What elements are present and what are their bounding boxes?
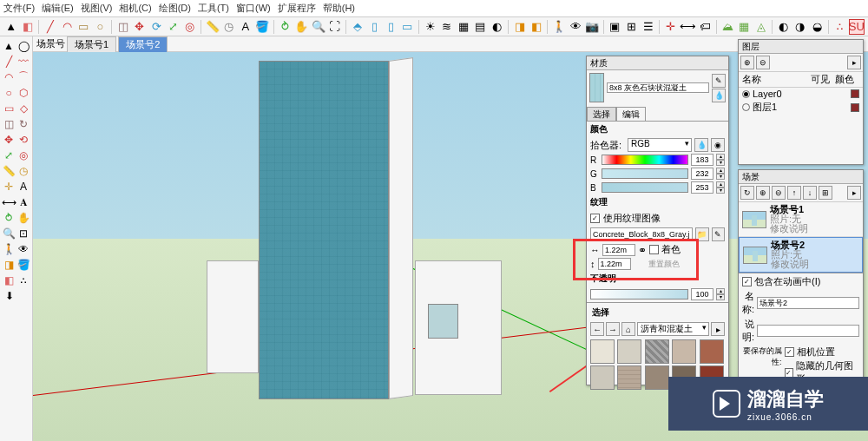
picker-mode-dropdown[interactable]: RGB <box>628 138 692 152</box>
r-spinner[interactable]: ▴▾ <box>716 154 725 166</box>
swatch-2[interactable] <box>617 339 641 364</box>
style-2-icon[interactable]: ◑ <box>792 19 807 35</box>
offset-icon[interactable]: ◎ <box>182 19 197 35</box>
position-camera-icon[interactable]: 📷 <box>585 19 600 35</box>
menu-draw[interactable]: 绘图(D) <box>159 2 191 15</box>
menu-edit[interactable]: 编辑(E) <box>42 2 74 15</box>
menu-help[interactable]: 帮助(H) <box>323 2 355 15</box>
layer-row-0[interactable]: Layer0 <box>739 88 863 100</box>
fwd-icon[interactable]: → <box>606 322 620 336</box>
line-tool-icon[interactable]: ╱ <box>43 19 57 35</box>
polygon-icon[interactable]: ⬡ <box>16 85 30 100</box>
followme-icon[interactable]: ↻ <box>16 116 30 131</box>
axes-icon-l[interactable]: ✛ <box>2 179 16 194</box>
texture-width-input[interactable] <box>602 244 635 256</box>
text-icon-l[interactable]: A <box>16 179 30 194</box>
prop-hidden-checkbox[interactable]: ✓ <box>785 368 794 378</box>
b-input[interactable] <box>691 181 713 194</box>
dimension-icon[interactable]: ⟷ <box>680 19 695 35</box>
g-slider[interactable] <box>602 168 688 179</box>
remove-scene-icon[interactable]: ⊖ <box>772 186 786 200</box>
browse-texture-icon[interactable]: 📁 <box>695 227 709 241</box>
sandbox-1-icon[interactable]: ⛰ <box>720 19 735 35</box>
style-1-icon[interactable]: ◐ <box>776 19 791 35</box>
opacity-spinner[interactable]: ▴▾ <box>716 288 725 300</box>
arc2-icon[interactable]: ⌒ <box>16 69 30 84</box>
side-view-icon[interactable]: ▯ <box>384 19 398 35</box>
axes-icon[interactable]: ✛ <box>663 19 678 35</box>
use-texture-checkbox[interactable]: ✓ <box>590 214 600 223</box>
section-icon[interactable]: ◨ <box>512 19 527 35</box>
position-icon-l[interactable]: ⬇ <box>2 288 16 303</box>
tape-icon-l[interactable]: 📏 <box>2 163 16 178</box>
reset-color-label[interactable]: 重置颜色 <box>648 259 680 270</box>
update-scene-icon[interactable]: ↻ <box>740 186 754 200</box>
scene-desc-input[interactable] <box>757 325 859 337</box>
color-wheel-icon[interactable]: ◉ <box>711 138 725 152</box>
scene-item-2[interactable]: 场景号2 照片:无 修改说明 <box>739 237 863 273</box>
paint-icon-l[interactable]: 🪣 <box>16 257 30 272</box>
swatch-8[interactable] <box>645 365 669 390</box>
eraser-icon-l[interactable]: ◧ <box>2 273 16 287</box>
group-icon[interactable]: ▣ <box>608 19 622 35</box>
scene-view-icon[interactable]: ⊞ <box>819 186 832 200</box>
add-scene-icon[interactable]: ⊕ <box>756 186 770 200</box>
details-icon[interactable]: ▸ <box>711 322 725 336</box>
fog-icon[interactable]: ≋ <box>439 19 454 35</box>
menu-tools[interactable]: 工具(T) <box>198 2 229 15</box>
scene-tab-2[interactable]: 场景号2 <box>118 36 168 52</box>
layers-menu-icon[interactable]: ▸ <box>847 56 861 69</box>
layer-color-0[interactable] <box>851 89 859 98</box>
g-spinner[interactable]: ▴▾ <box>716 168 725 180</box>
g-input[interactable] <box>691 168 713 180</box>
3dtext-icon[interactable]: 𝐀 <box>17 194 30 209</box>
swatch-6[interactable] <box>590 365 615 390</box>
look-icon[interactable]: 👁 <box>568 19 582 35</box>
zoomwin-icon[interactable]: ⊡ <box>16 226 30 240</box>
zoom-icon-l[interactable]: 🔍 <box>2 226 16 240</box>
rotrect-icon[interactable]: ◇ <box>16 101 30 115</box>
walk-icon-l[interactable]: 🚶 <box>2 241 16 256</box>
lasso-icon[interactable]: ◯ <box>16 38 30 53</box>
opacity-slider[interactable] <box>590 289 688 299</box>
opacity-input[interactable] <box>691 288 713 300</box>
line-icon[interactable]: ╱ <box>2 54 16 69</box>
scale-icon-l[interactable]: ⤢ <box>2 148 16 162</box>
back-icon[interactable]: ← <box>590 322 604 336</box>
menu-window[interactable]: 窗口(W) <box>236 2 271 15</box>
eraser-icon[interactable]: ◧ <box>20 19 35 35</box>
b-spinner[interactable]: ▴▾ <box>716 181 725 194</box>
texture-file-input[interactable] <box>590 227 693 241</box>
swatch-4[interactable] <box>672 339 696 364</box>
remove-layer-icon[interactable]: ⊖ <box>756 56 770 69</box>
move-icon[interactable]: ✥ <box>132 19 147 35</box>
menu-camera[interactable]: 相机(C) <box>119 2 151 15</box>
texture-height-input[interactable] <box>598 258 631 270</box>
orbit-icon-l[interactable]: ⥁ <box>2 210 16 225</box>
rotate-icon[interactable]: ⟳ <box>148 19 163 35</box>
collection-dropdown[interactable]: 沥青和混凝土 <box>637 322 709 336</box>
offset-icon-l[interactable]: ◎ <box>16 148 30 162</box>
zoom-icon[interactable]: 🔍 <box>311 19 326 35</box>
section-icon-l[interactable]: ◨ <box>2 257 16 272</box>
pushpull-icon-l[interactable]: ◫ <box>2 116 16 131</box>
walk-icon[interactable]: 🚶 <box>551 19 566 35</box>
section-display-icon[interactable]: ◧ <box>529 19 543 35</box>
3dwh-icon[interactable]: ⛬ <box>16 273 30 287</box>
select-icon[interactable]: ▲ <box>2 38 16 53</box>
swatch-5[interactable] <box>700 339 724 364</box>
pan-icon[interactable]: ✋ <box>294 19 309 35</box>
wireframe-icon[interactable]: ▤ <box>473 19 488 35</box>
sandbox-3-icon[interactable]: ◬ <box>753 19 768 35</box>
protractor-icon[interactable]: ◷ <box>221 19 236 35</box>
eyedropper-icon[interactable]: 💧 <box>694 138 708 152</box>
layer-color-1[interactable] <box>851 103 859 112</box>
add-layer-icon[interactable]: ⊕ <box>740 56 754 69</box>
sandbox-2-icon[interactable]: ▦ <box>737 19 752 35</box>
link-icon[interactable]: ⚭ <box>638 244 647 256</box>
scene-up-icon[interactable]: ↑ <box>787 186 801 200</box>
warehouse-icon[interactable]: ⛬ <box>832 19 847 35</box>
r-slider[interactable] <box>602 155 688 165</box>
scale-icon[interactable]: ⤢ <box>166 19 181 35</box>
scenes-menu-icon[interactable]: ▸ <box>847 186 861 200</box>
